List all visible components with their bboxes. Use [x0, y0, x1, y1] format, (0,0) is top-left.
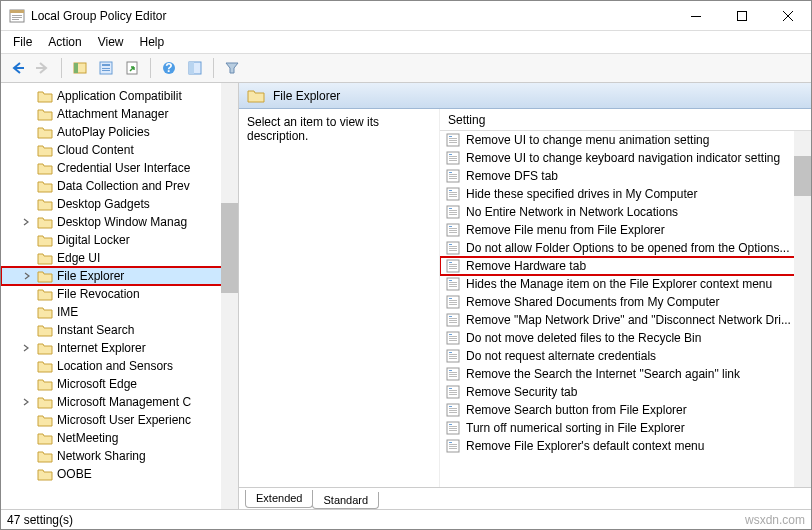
svg-rect-49 [449, 244, 452, 245]
setting-item[interactable]: Hides the Manage item on the File Explor… [440, 275, 811, 293]
tree-item[interactable]: IME [1, 303, 238, 321]
menu-action[interactable]: Action [40, 33, 89, 51]
menu-view[interactable]: View [90, 33, 132, 51]
svg-rect-61 [449, 284, 457, 285]
tree-item[interactable]: NetMeeting [1, 429, 238, 447]
column-header-setting[interactable]: Setting [440, 109, 811, 131]
svg-rect-26 [449, 158, 457, 159]
expand-icon[interactable] [21, 216, 33, 228]
show-hide-tree-button[interactable] [68, 56, 92, 80]
expand-icon[interactable] [21, 396, 33, 408]
tree-item[interactable]: Microsoft Management C [1, 393, 238, 411]
svg-rect-5 [691, 16, 701, 17]
tree-scrollbar[interactable] [221, 83, 238, 509]
tree-item[interactable]: Network Sharing [1, 447, 238, 465]
setting-item[interactable]: Remove DFS tab [440, 167, 811, 185]
svg-rect-56 [449, 266, 457, 267]
setting-item[interactable]: Hide these specified drives in My Comput… [440, 185, 811, 203]
setting-item[interactable]: Remove Shared Documents from My Computer [440, 293, 811, 311]
tree-item[interactable]: Microsoft User Experienc [1, 411, 238, 429]
setting-item[interactable]: Do not move deleted files to the Recycle… [440, 329, 811, 347]
setting-item[interactable]: No Entire Network in Network Locations [440, 203, 811, 221]
tree-item[interactable]: Attachment Manager [1, 105, 238, 123]
menu-file[interactable]: File [5, 33, 40, 51]
maximize-button[interactable] [719, 1, 765, 31]
setting-item[interactable]: Do not allow Folder Options to be opened… [440, 239, 811, 257]
svg-rect-107 [449, 448, 457, 449]
svg-rect-101 [449, 428, 457, 429]
tree-item[interactable]: Location and Sensors [1, 357, 238, 375]
svg-rect-106 [449, 446, 457, 447]
tree-item[interactable]: File Explorer [1, 267, 238, 285]
setting-label: Remove the Search the Internet "Search a… [466, 367, 740, 381]
tab-standard[interactable]: Standard [312, 492, 379, 509]
setting-item[interactable]: Remove Hardware tab [440, 257, 811, 275]
properties-button[interactable] [94, 56, 118, 80]
tree-item[interactable]: Desktop Gadgets [1, 195, 238, 213]
tree-item[interactable]: File Revocation [1, 285, 238, 303]
export-button[interactable] [120, 56, 144, 80]
setting-item[interactable]: Do not request alternate credentials [440, 347, 811, 365]
setting-icon [446, 403, 460, 417]
setting-item[interactable]: Remove Search button from File Explorer [440, 401, 811, 419]
setting-item[interactable]: Remove "Map Network Drive" and "Disconne… [440, 311, 811, 329]
tab-extended[interactable]: Extended [245, 490, 313, 508]
setting-item[interactable]: Remove the Search the Internet "Search a… [440, 365, 811, 383]
tree-item-label: Data Collection and Prev [57, 179, 190, 193]
setting-icon [446, 277, 460, 291]
setting-label: Remove DFS tab [466, 169, 558, 183]
svg-rect-99 [449, 424, 452, 425]
svg-rect-87 [449, 376, 457, 377]
setting-icon [446, 187, 460, 201]
tree-item[interactable]: Edge UI [1, 249, 238, 267]
svg-rect-22 [449, 142, 457, 143]
setting-item[interactable]: Remove UI to change keyboard navigation … [440, 149, 811, 167]
tree-item[interactable]: Microsoft Edge [1, 375, 238, 393]
tree-item-label: Application Compatibilit [57, 89, 182, 103]
tree-item[interactable]: Application Compatibilit [1, 87, 238, 105]
tree-item-label: Microsoft Management C [57, 395, 191, 409]
svg-rect-19 [449, 136, 452, 137]
tree-item[interactable]: Credential User Interface [1, 159, 238, 177]
window-title: Local Group Policy Editor [31, 9, 673, 23]
tree-item[interactable]: Digital Locker [1, 231, 238, 249]
app-icon [9, 8, 25, 24]
expand-icon[interactable] [22, 270, 34, 282]
help-button[interactable]: ? [157, 56, 181, 80]
setting-item[interactable]: Remove File Explorer's default context m… [440, 437, 811, 455]
tree-item[interactable]: Instant Search [1, 321, 238, 339]
svg-rect-55 [449, 264, 457, 265]
tree-item-label: NetMeeting [57, 431, 118, 445]
setting-item[interactable]: Remove UI to change menu animation setti… [440, 131, 811, 149]
setting-item[interactable]: Remove Security tab [440, 383, 811, 401]
status-count: 47 setting(s) [7, 513, 73, 527]
tree-item[interactable]: Cloud Content [1, 141, 238, 159]
close-button[interactable] [765, 1, 811, 31]
expand-icon[interactable] [21, 342, 33, 354]
filter-options-button[interactable] [183, 56, 207, 80]
svg-rect-104 [449, 442, 452, 443]
tree-item[interactable]: Data Collection and Prev [1, 177, 238, 195]
menu-help[interactable]: Help [132, 33, 173, 51]
tree-item-label: Cloud Content [57, 143, 134, 157]
svg-rect-81 [449, 356, 457, 357]
setting-item[interactable]: Remove File menu from File Explorer [440, 221, 811, 239]
svg-rect-70 [449, 318, 457, 319]
list-scrollbar[interactable] [794, 131, 811, 487]
tree-item[interactable]: Internet Explorer [1, 339, 238, 357]
tree-item-label: IME [57, 305, 78, 319]
tree-item[interactable]: AutoPlay Policies [1, 123, 238, 141]
back-button[interactable] [5, 56, 29, 80]
setting-label: No Entire Network in Network Locations [466, 205, 678, 219]
titlebar: Local Group Policy Editor [1, 1, 811, 31]
tree-item[interactable]: Desktop Window Manag [1, 213, 238, 231]
svg-rect-12 [102, 70, 110, 71]
setting-item[interactable]: Turn off numerical sorting in File Explo… [440, 419, 811, 437]
status-bar: 47 setting(s) wsxdn.com [1, 509, 811, 529]
filter-button[interactable] [220, 56, 244, 80]
svg-rect-90 [449, 390, 457, 391]
forward-button[interactable] [31, 56, 55, 80]
minimize-button[interactable] [673, 1, 719, 31]
tree-item[interactable]: OOBE [1, 465, 238, 483]
setting-label: Do not move deleted files to the Recycle… [466, 331, 701, 345]
